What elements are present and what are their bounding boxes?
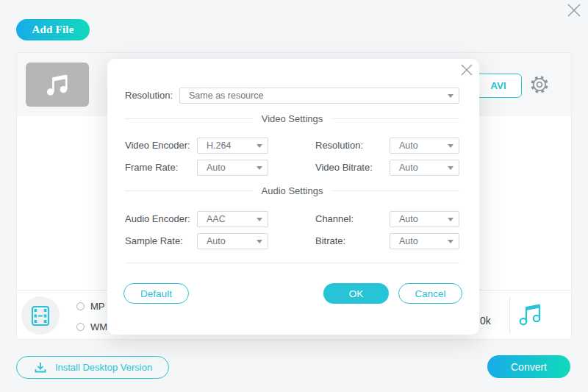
- video-bitrate-value: Auto: [399, 163, 418, 173]
- resolution-main-value: Same as resource: [189, 90, 263, 101]
- app-window: Add File AVI M: [0, 0, 588, 392]
- chevron-down-icon: [448, 240, 453, 243]
- audio-encoder-dropdown[interactable]: AAC: [197, 211, 268, 227]
- channel-dropdown[interactable]: Auto: [390, 211, 459, 227]
- video-bitrate-label: Video Bitrate:: [315, 160, 373, 176]
- resolution-value: Auto: [399, 140, 418, 151]
- channel-value: Auto: [399, 214, 418, 224]
- default-button[interactable]: Default: [123, 283, 189, 304]
- audio-encoder-label: Audio Encoder:: [125, 211, 190, 227]
- format-option-2[interactable]: WM: [76, 321, 107, 332]
- bitrate-value: Auto: [399, 236, 418, 246]
- output-format-button[interactable]: AVI: [475, 74, 522, 98]
- resolution-dropdown[interactable]: Auto: [390, 138, 459, 154]
- settings-dialog: Resolution: Same as resource Video Setti…: [107, 59, 479, 335]
- dialog-footer-divider: [125, 263, 459, 263]
- chevron-down-icon: [257, 144, 262, 148]
- chevron-down-icon: [448, 218, 453, 221]
- gear-icon[interactable]: [529, 74, 550, 95]
- sample-rate-label: Sample Rate:: [125, 233, 183, 249]
- audio-encoder-value: AAC: [207, 214, 226, 224]
- chevron-down-icon: [448, 166, 453, 170]
- sample-rate-dropdown[interactable]: Auto: [197, 233, 268, 249]
- audio-settings-section-title: Audio Settings: [125, 185, 459, 196]
- bitrate-label: Bitrate:: [315, 233, 345, 249]
- format-option-label: MP: [90, 301, 105, 312]
- install-desktop-label: Install Desktop Version: [55, 362, 152, 373]
- music-note-icon: [43, 70, 72, 99]
- frame-rate-value: Auto: [207, 163, 226, 173]
- chevron-down-icon: [448, 94, 453, 98]
- cancel-button[interactable]: Cancel: [398, 283, 462, 304]
- frame-rate-dropdown[interactable]: Auto: [197, 160, 268, 176]
- video-settings-section-title: Video Settings: [125, 113, 459, 124]
- bitrate-dropdown[interactable]: Auto: [390, 233, 459, 249]
- chevron-down-icon: [257, 240, 262, 243]
- radio-icon[interactable]: [76, 323, 85, 331]
- film-strip-icon: [29, 304, 52, 327]
- download-icon: [33, 360, 48, 375]
- resolution-main-dropdown[interactable]: Same as resource: [179, 88, 459, 104]
- video-encoder-dropdown[interactable]: H.264: [197, 138, 268, 154]
- window-close-icon[interactable]: [564, 1, 584, 20]
- chevron-down-icon: [448, 144, 453, 148]
- resolution-label: Resolution:: [315, 138, 363, 154]
- frame-rate-label: Frame Rate:: [125, 160, 178, 176]
- tab-audio-formats[interactable]: [516, 299, 545, 329]
- format-option-label: WM: [90, 321, 107, 332]
- video-bitrate-dropdown[interactable]: Auto: [390, 160, 459, 176]
- convert-button[interactable]: Convert: [487, 355, 570, 378]
- video-encoder-label: Video Encoder:: [125, 138, 190, 154]
- file-thumbnail: [26, 63, 89, 107]
- dialog-close-icon[interactable]: [459, 63, 474, 77]
- format-bar-divider-bottom: [17, 339, 571, 340]
- ok-button[interactable]: OK: [323, 283, 389, 304]
- add-file-button[interactable]: Add File: [16, 19, 90, 40]
- format-option-1[interactable]: MP: [76, 301, 105, 312]
- chevron-down-icon: [257, 218, 262, 221]
- resolution-main-label: Resolution:: [125, 88, 173, 104]
- format-bar-separator: [509, 297, 510, 334]
- install-desktop-button[interactable]: Install Desktop Version: [16, 356, 169, 379]
- tab-video-formats[interactable]: [21, 296, 60, 335]
- video-encoder-value: H.264: [207, 140, 231, 151]
- sample-rate-value: Auto: [207, 236, 226, 246]
- chevron-down-icon: [257, 166, 262, 170]
- truncated-option-text: 0k: [480, 315, 491, 327]
- channel-label: Channel:: [315, 211, 354, 227]
- radio-icon[interactable]: [76, 302, 85, 310]
